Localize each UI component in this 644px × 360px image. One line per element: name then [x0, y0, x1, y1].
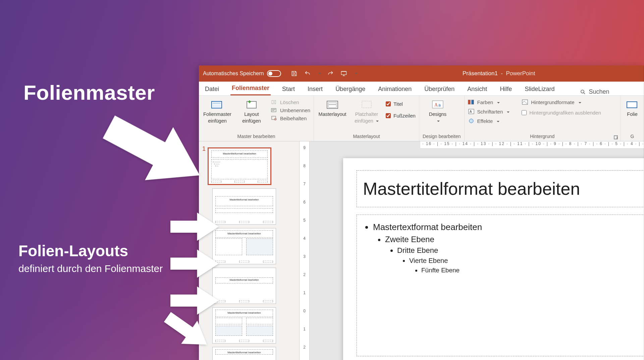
insert-layout-icon [244, 99, 259, 110]
slide-canvas[interactable]: · 16 · | · 15 · | · 14 · | · 13 · | · 12… [310, 141, 644, 360]
tab-uebergaenge[interactable]: Übergänge [334, 83, 367, 95]
background-styles-button[interactable]: Hintergrundformate [522, 99, 601, 105]
svg-text:A: A [434, 102, 438, 107]
save-icon[interactable] [290, 70, 298, 77]
btn-l1: Layout [244, 111, 259, 117]
insert-layout-button[interactable]: Layout einfügen [236, 98, 267, 124]
theme-effects-button[interactable]: Effekte [468, 118, 510, 124]
delete-icon [271, 99, 277, 105]
svg-rect-12 [362, 101, 371, 108]
chevron-down-icon [436, 118, 440, 124]
group-label: Masterlayout [317, 133, 416, 140]
chevron-down-icon [577, 99, 581, 105]
titlebar: Automatisches Speichern Präsentation1 - … [199, 65, 644, 82]
theme-fonts-button[interactable]: A Schriftarten [468, 108, 510, 115]
designs-button[interactable]: Aa Designs [423, 98, 453, 124]
theme-colors-button[interactable]: Farben [468, 99, 510, 105]
rename-layout-button[interactable]: Umbenennen [271, 107, 310, 113]
autosave-toggle[interactable] [267, 70, 281, 77]
powerpoint-window: Automatisches Speichern Präsentation1 - … [199, 65, 644, 360]
title-placeholder[interactable]: Mastertitelformat bearbeiten [357, 170, 644, 207]
group-label: Master bearbeiten [202, 133, 310, 140]
search-icon [580, 89, 586, 95]
delete-layout-button[interactable]: Löschen [271, 99, 310, 105]
arrow-icon [168, 249, 221, 279]
editor-area: 1 Mastertitelformat bearbeiten • ——— • —… [199, 141, 644, 360]
redo-icon[interactable] [327, 70, 334, 77]
layout-thumbnail[interactable]: Mastertitelformat bearbeiten [212, 188, 276, 225]
tab-hilfe[interactable]: Hilfe [498, 83, 513, 95]
present-icon[interactable] [340, 70, 347, 77]
dialog-launcher-icon[interactable] [613, 135, 618, 140]
undo-dropdown-icon[interactable] [317, 70, 321, 77]
group-label: Design bearbeiten [423, 133, 461, 140]
body-level-4: Vierte Ebene [409, 256, 644, 266]
annotation-layouts-heading: Folien-Layouts [18, 242, 186, 260]
layout-thumbnail[interactable]: Mastertitelformat bearbeiten [212, 228, 276, 264]
group-master-bearbeiten: Folienmaster einfügen Layout einfügen Lö… [199, 96, 314, 141]
tab-ansicht[interactable]: Ansicht [466, 83, 488, 95]
app-name: PowerPoint [506, 70, 535, 77]
body-placeholder[interactable]: Mastertextformat bearbeiten Zweite Ebene… [357, 215, 644, 356]
title-checkbox[interactable]: Titel [386, 101, 416, 107]
svg-point-8 [274, 118, 276, 120]
placeholder-icon [359, 99, 374, 110]
svg-text:a: a [438, 103, 441, 107]
group-size: Folie G [621, 96, 644, 141]
group-masterlayout: Masterlayout Platzhalter einfügen Titel … [314, 96, 419, 141]
body-level-2: Zweite Ebene [385, 234, 644, 245]
group-label: G [624, 133, 641, 140]
slide-master-icon [210, 99, 225, 110]
svg-rect-4 [247, 101, 256, 108]
hide-background-graphics-checkbox[interactable]: Hintergrundgrafiken ausblenden [522, 110, 601, 116]
horizontal-ruler: · 16 · | · 15 · | · 14 · | · 13 · | · 12… [420, 141, 644, 149]
group-design: Aa Designs Design bearbeiten [419, 96, 465, 141]
btn-l1: Folienmaster [203, 111, 231, 117]
body-level-3: Dritte Ebene [397, 245, 644, 256]
tab-slidelizard[interactable]: SlideLizard [523, 83, 556, 95]
annotation-layouts: Folien-Layouts definiert durch den Folie… [18, 242, 186, 275]
layout-thumbnail[interactable]: Mastertitelformat bearbeiten [212, 268, 276, 304]
layout-thumbnail[interactable]: Mastertitelformat bearbeiten [212, 307, 276, 344]
background-icon [522, 99, 528, 105]
footer-checkbox[interactable]: Fußzeilen [386, 113, 416, 119]
insert-placeholder-button[interactable]: Platzhalter einfügen [352, 98, 382, 124]
preserve-layout-button[interactable]: Beibehalten [271, 115, 310, 121]
arrow-icon [168, 212, 221, 242]
master-thumbnail[interactable]: Mastertitelformat bearbeiten • ——— • —— … [208, 147, 271, 185]
slide-size-button[interactable]: Folie [624, 98, 641, 117]
rename-icon [271, 107, 277, 113]
svg-point-18 [469, 119, 473, 123]
btn-l2: einfügen [208, 118, 227, 124]
autosave-label: Automatisches Speichern [203, 71, 264, 77]
insert-slide-master-button[interactable]: Folienmaster einfügen [202, 98, 232, 124]
ribbon: Folienmaster einfügen Layout einfügen Lö… [199, 96, 644, 141]
group-hintergrund: Farben A Schriftarten Effekte Hintergrun… [465, 96, 621, 141]
chevron-down-icon [505, 109, 509, 115]
chevron-down-icon [496, 99, 500, 105]
tab-start[interactable]: Start [281, 83, 296, 95]
fonts-icon: A [468, 108, 475, 115]
ribbon-tabs: Datei Folienmaster Start Insert Übergäng… [199, 82, 644, 96]
master-slide[interactable]: Mastertitelformat bearbeiten Mastertextf… [343, 158, 644, 360]
svg-rect-2 [213, 102, 221, 104]
tab-datei[interactable]: Datei [204, 83, 220, 95]
themes-icon: Aa [430, 99, 445, 110]
tab-ueberpruefen[interactable]: Überprüfen [423, 83, 456, 95]
tab-insert[interactable]: Insert [306, 83, 324, 95]
undo-icon[interactable] [304, 70, 311, 77]
tell-me-search[interactable]: Suchen [580, 88, 609, 95]
svg-text:A: A [470, 110, 472, 114]
svg-rect-7 [272, 116, 276, 120]
vertical-ruler: 987654321012 [300, 141, 310, 360]
svg-rect-6 [271, 108, 276, 112]
layout-thumbnail[interactable]: Mastertitelformat bearbeiten [212, 347, 276, 360]
master-layout-button[interactable]: Masterlayout [317, 98, 347, 117]
tab-animationen[interactable]: Animationen [377, 83, 413, 95]
tab-folienmaster[interactable]: Folienmaster [230, 82, 271, 95]
qat-customize-icon[interactable] [354, 70, 358, 77]
svg-point-0 [581, 90, 584, 93]
chevron-down-icon [375, 118, 379, 124]
group-label: Hintergrund [468, 133, 617, 140]
svg-rect-20 [627, 102, 637, 108]
